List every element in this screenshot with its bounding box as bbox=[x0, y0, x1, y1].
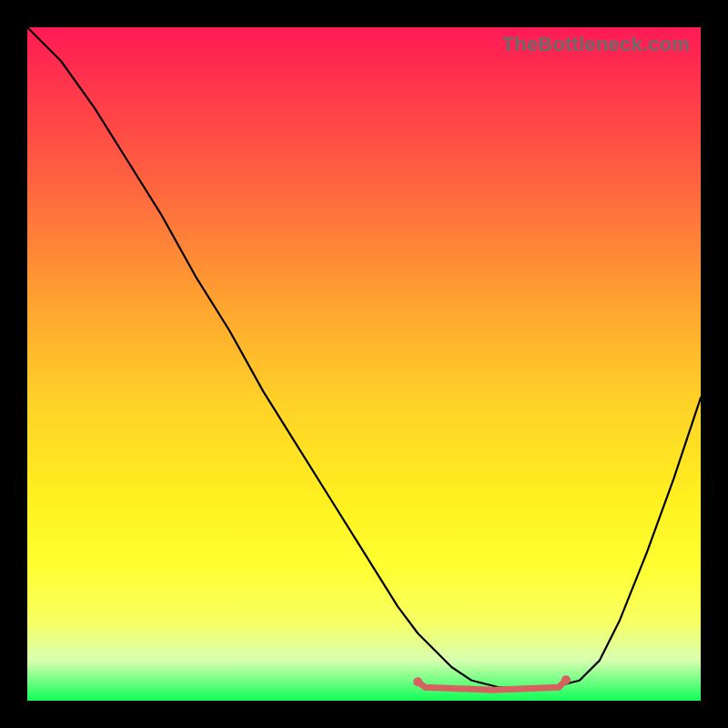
svg-point-1 bbox=[561, 675, 571, 684]
curve-line bbox=[27, 27, 701, 691]
svg-point-0 bbox=[413, 677, 422, 686]
chart-plot-area: TheBottleneck.com bbox=[27, 27, 701, 701]
chart-svg bbox=[27, 27, 701, 701]
highlight-zone bbox=[413, 675, 571, 690]
